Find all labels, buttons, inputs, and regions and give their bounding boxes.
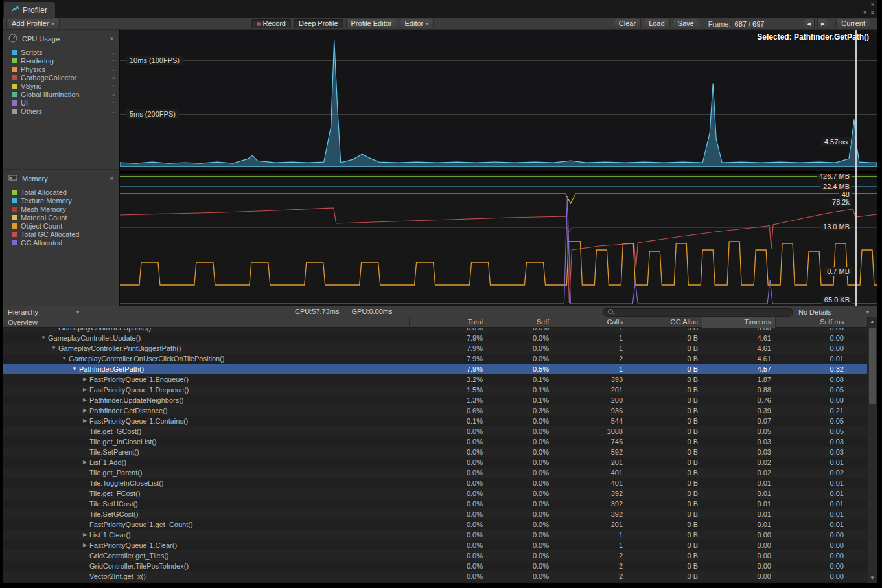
expander-closed-icon[interactable]: ▶ xyxy=(80,457,89,468)
table-row[interactable]: ▶Pathfinder.GetDistance()0.6%0.3%9360 B0… xyxy=(3,405,867,416)
memory-chart[interactable]: 426.7 MB22.4 MB4878.2k13.0 MB0.7 MB65.0 … xyxy=(120,174,877,306)
legend-item-physics[interactable]: Physics= xyxy=(12,65,119,73)
table-row[interactable]: Tile.get_FCost()0.0%0.0%3920 B0.010.01 xyxy=(3,488,867,499)
legend-drag-handle[interactable]: = xyxy=(112,66,115,73)
table-row[interactable]: ▼Pathfinder.GetPath()7.9%0.5%10 B4.570.3… xyxy=(3,364,867,374)
legend-item-garbagecollector[interactable]: GarbageCollector= xyxy=(12,73,119,82)
table-row[interactable]: ▶FastPriorityQueue`1.Dequeue()1.5%0.1%20… xyxy=(3,385,867,395)
table-row[interactable]: Vector2Int.get_x()0.0%0.0%20 B0.000.00 xyxy=(3,571,867,582)
main-area: CPU Usage × Scripts=Rendering=Physics=Ga… xyxy=(3,30,877,306)
legend-item-total-allocated[interactable]: Total Allocated xyxy=(12,188,119,196)
hierarchy-dropdown[interactable]: Hierarchy ▾ xyxy=(3,306,84,318)
table-row[interactable]: Tile.SetGCost()0.0%0.0%3920 B0.010.01 xyxy=(3,509,867,519)
table-row[interactable]: ▼GameplayController.PrintBiggestPath()7.… xyxy=(3,343,867,354)
table-row[interactable]: ▼GameplayController.Update()7.9%0.0%10 B… xyxy=(3,333,867,343)
profiler-tab[interactable]: Profiler xyxy=(4,2,55,18)
memory-module-header[interactable]: Memory × xyxy=(3,170,119,185)
legend-item-texture-memory[interactable]: Texture Memory xyxy=(12,196,119,205)
table-row[interactable]: GridController.TilePosToIndex()0.0%0.0%2… xyxy=(3,561,867,571)
legend-drag-handle[interactable]: = xyxy=(112,74,115,81)
cpu-chart[interactable]: 10ms (100FPS) 5ms (200FPS) Selected: Pat… xyxy=(120,30,877,172)
legend-item-others[interactable]: Others= xyxy=(12,107,119,115)
table-row[interactable]: FastPriorityQueue`1.get_Count()0.0%0.0%2… xyxy=(3,519,867,530)
table-row[interactable]: Tile.ToggleInCloseList()0.0%0.0%4010 B0.… xyxy=(3,478,867,488)
table-row[interactable]: ▶FastPriorityQueue`1.Enqueue()3.2%0.1%39… xyxy=(3,374,867,385)
expander-closed-icon[interactable]: ▶ xyxy=(80,540,89,550)
column-header-total[interactable]: Total xyxy=(409,317,487,328)
editor-dropdown[interactable]: Editor ▾ xyxy=(400,19,434,28)
close-window-button[interactable]: × xyxy=(871,1,874,8)
scrollbar-down-button[interactable]: ▼ xyxy=(868,574,877,583)
next-frame-button[interactable]: ▶ xyxy=(817,19,828,28)
expander-closed-icon[interactable]: ▶ xyxy=(80,385,89,395)
no-details-dropdown[interactable]: No Details ▾ xyxy=(793,306,874,318)
legend-item-total-gc-allocated[interactable]: Total GC Allocated xyxy=(12,230,119,238)
legend-drag-handle[interactable]: = xyxy=(112,91,115,98)
column-header-calls[interactable]: Calls xyxy=(553,317,627,328)
legend-item-gc-allocated[interactable]: GC Allocated xyxy=(12,238,119,247)
window-menu-icon[interactable]: ≡ xyxy=(871,9,874,16)
add-profiler-dropdown[interactable]: Add Profiler ▾ xyxy=(6,19,60,28)
legend-item-global-illumination[interactable]: Global Illumination= xyxy=(12,90,119,98)
column-header-self-ms[interactable]: Self ms xyxy=(775,317,848,328)
frame-selection-line[interactable] xyxy=(855,30,857,306)
load-button[interactable]: Load xyxy=(644,19,669,28)
table-row[interactable]: ▶FastPriorityQueue`1.Clear()0.0%0.0%10 B… xyxy=(3,540,867,550)
table-row[interactable]: ▶List`1.Add()0.0%0.0%2010 B0.020.01 xyxy=(3,457,867,468)
cpu-module-header[interactable]: CPU Usage × xyxy=(3,30,119,45)
table-row[interactable]: Tile.SetParent()0.0%0.0%5920 B0.030.03 xyxy=(3,447,867,457)
expander-closed-icon[interactable]: ▶ xyxy=(80,405,89,416)
table-row[interactable]: Tile.get_GCost()0.0%0.0%10880 B0.050.05 xyxy=(3,426,867,436)
legend-drag-handle[interactable]: = xyxy=(112,108,115,115)
table-row[interactable]: GameplayController.Update()0.0%0.0%10 B0… xyxy=(3,328,867,333)
profile-editor-button[interactable]: Profile Editor xyxy=(346,19,397,28)
column-header-time-ms[interactable]: Time ms xyxy=(702,317,775,328)
column-header-gc-alloc[interactable]: GC Alloc xyxy=(627,317,702,328)
expander-closed-icon[interactable]: ▶ xyxy=(80,530,89,540)
deep-profile-button[interactable]: Deep Profile xyxy=(294,19,343,28)
scrollbar-up-button[interactable]: ▲ xyxy=(868,317,877,326)
table-row[interactable]: GridController.get_Tiles()0.0%0.0%20 B0.… xyxy=(3,550,867,561)
table-row[interactable]: ▼GameplayController.OnUserClickOnTilePos… xyxy=(3,354,867,364)
expander-open-icon[interactable]: ▼ xyxy=(39,333,48,343)
legend-item-rendering[interactable]: Rendering= xyxy=(12,56,119,65)
window-dropdown-icon[interactable]: ▾ xyxy=(863,9,866,16)
clear-button[interactable]: Clear xyxy=(614,19,641,28)
search-input[interactable] xyxy=(617,308,788,316)
legend-drag-handle[interactable]: = xyxy=(112,58,115,64)
legend-item-scripts[interactable]: Scripts= xyxy=(12,48,119,56)
expander-open-icon[interactable]: ▼ xyxy=(60,354,69,364)
table-row[interactable]: ▶List`1.Clear()0.0%0.0%10 B0.000.00 xyxy=(3,530,867,540)
scrollbar-thumb[interactable] xyxy=(869,328,876,404)
expander-open-icon[interactable]: ▼ xyxy=(49,343,58,354)
column-header-overview[interactable]: Overview xyxy=(3,317,409,328)
record-button[interactable]: Record xyxy=(251,19,291,28)
legend-drag-handle[interactable]: = xyxy=(112,49,115,56)
search-box[interactable] xyxy=(603,308,793,317)
legend-item-ui[interactable]: UI= xyxy=(12,98,119,107)
save-button[interactable]: Save xyxy=(673,19,699,28)
minimize-button[interactable]: – xyxy=(863,1,866,8)
table-row[interactable]: Tile.get_InCloseList()0.0%0.0%7450 B0.03… xyxy=(3,436,867,447)
expander-open-icon[interactable]: ▼ xyxy=(70,364,79,374)
legend-item-material-count[interactable]: Material Count xyxy=(12,213,119,221)
table-row[interactable]: Tile.get_Parent()0.0%0.0%4010 B0.020.02 xyxy=(3,468,867,478)
legend-item-vsync[interactable]: VSync= xyxy=(12,82,119,90)
table-row[interactable]: ▶Pathfinder.UpdateNeighbors()1.3%0.1%200… xyxy=(3,395,867,405)
legend-drag-handle[interactable]: = xyxy=(112,100,115,106)
expander-closed-icon[interactable]: ▶ xyxy=(80,395,89,405)
current-frame-button[interactable]: Current xyxy=(836,19,870,28)
close-icon[interactable]: × xyxy=(110,36,114,42)
table-row[interactable]: Tile.SetHCost()0.0%0.0%3920 B0.010.01 xyxy=(3,499,867,509)
legend-drag-handle[interactable]: = xyxy=(112,83,115,89)
table-scrollbar[interactable]: ▲ ▼ xyxy=(867,317,877,583)
table-row[interactable]: ▶FastPriorityQueue`1.Contains()0.1%0.0%5… xyxy=(3,416,867,426)
legend-item-mesh-memory[interactable]: Mesh Memory xyxy=(12,205,119,213)
expander-closed-icon[interactable]: ▶ xyxy=(80,374,89,385)
legend-item-object-count[interactable]: Object Count xyxy=(12,221,119,230)
expander-closed-icon[interactable]: ▶ xyxy=(80,416,89,426)
cell-gc-alloc: 0 B xyxy=(627,385,702,395)
close-icon[interactable]: × xyxy=(110,175,114,182)
column-header-self[interactable]: Self xyxy=(487,317,553,328)
prev-frame-button[interactable]: ◀ xyxy=(804,19,815,28)
